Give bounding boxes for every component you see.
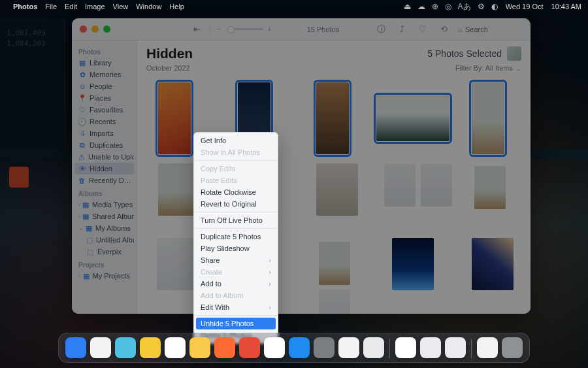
- menu-item-play-slideshow[interactable]: Play Slideshow: [194, 243, 278, 254]
- sidebar-icon: 👁: [78, 165, 86, 173]
- photo-thumbnail[interactable]: [421, 163, 452, 207]
- zoom-in-icon[interactable]: +: [267, 25, 272, 34]
- photo-thumbnail[interactable]: [316, 82, 349, 154]
- menubar-time[interactable]: 10:43 AM: [551, 3, 581, 10]
- menu-item-turn-off-live-photo[interactable]: Turn Off Live Photo: [194, 214, 278, 226]
- sidebar-section-head: Projects: [74, 258, 134, 270]
- sidebar-item-recents[interactable]: 🕘Recents: [74, 116, 134, 127]
- dock-app[interactable]: [140, 337, 161, 358]
- photo-thumbnail[interactable]: [384, 163, 416, 207]
- menu-item-copy-edits: Copy Edits: [194, 163, 278, 175]
- menu-view[interactable]: View: [113, 3, 129, 10]
- sidebar-item-untitled-albu-[interactable]: ▢Untitled Albu…: [74, 234, 134, 246]
- dock-app[interactable]: [115, 337, 136, 358]
- disclosure-icon[interactable]: ›: [78, 273, 81, 279]
- sidebar-item-label: Places: [90, 94, 111, 102]
- sidebar-item-everpix[interactable]: ▢Everpix: [74, 246, 134, 258]
- menu-window[interactable]: Window: [136, 3, 161, 10]
- dock-app[interactable]: [90, 337, 111, 358]
- minimize-window-button[interactable]: [91, 25, 99, 33]
- menu-item-revert-to-original[interactable]: Revert to Original: [194, 198, 278, 210]
- dock-app[interactable]: [239, 337, 260, 358]
- status-icon[interactable]: ⊕: [432, 2, 438, 11]
- menu-item-unhide-photos[interactable]: Unhide 5 Photos: [196, 318, 276, 329]
- info-icon[interactable]: ⓘ: [374, 24, 387, 35]
- sidebar-item-recently-d-[interactable]: 🗑Recently D…: [74, 175, 134, 186]
- menu-item-get-info[interactable]: Get Info: [194, 135, 278, 146]
- sidebar-item-places[interactable]: 📍Places: [74, 92, 134, 104]
- dock-app[interactable]: [264, 337, 285, 358]
- menu-file[interactable]: File: [45, 3, 57, 10]
- dock-minimized-window[interactable]: [420, 337, 441, 358]
- sidebar-item-unable-to-uplo-[interactable]: ⚠Unable to Uplo…: [74, 151, 134, 163]
- zoom-window-button[interactable]: [103, 25, 110, 33]
- disclosure-icon[interactable]: ⌄: [78, 225, 84, 231]
- dock-app[interactable]: [165, 337, 186, 358]
- menu-image[interactable]: Image: [85, 3, 105, 10]
- sidebar-item-people[interactable]: ☺People: [74, 80, 134, 92]
- dock-app[interactable]: [314, 337, 335, 358]
- downloads-stack[interactable]: [477, 337, 498, 358]
- menu-item-duplicate-photos[interactable]: Duplicate 5 Photos: [194, 231, 278, 243]
- dock-minimized-window[interactable]: [445, 337, 466, 358]
- photo-thumbnail[interactable]: [392, 238, 434, 290]
- photo-thumbnail[interactable]: [319, 289, 350, 314]
- search-field[interactable]: ⌕: [458, 25, 524, 33]
- sidebar-item-hidden[interactable]: 👁Hidden: [74, 163, 134, 175]
- search-input[interactable]: [465, 25, 524, 33]
- sidebar-item-imports[interactable]: ⇩Imports: [74, 127, 134, 139]
- dock-app[interactable]: [65, 337, 86, 358]
- sidebar-item-duplicates[interactable]: ⧉Duplicates: [74, 139, 134, 151]
- status-icon[interactable]: ⏏: [404, 2, 411, 11]
- filter-label: Filter By:: [455, 64, 483, 72]
- photo-thumbnail[interactable]: [158, 82, 191, 154]
- menu-item-rotate-clockwise[interactable]: Rotate Clockwise: [194, 186, 278, 198]
- sidebar-item-media-types[interactable]: ›▦Media Types: [74, 199, 134, 210]
- sidebar-icon: ▦: [82, 212, 89, 220]
- status-icon[interactable]: ◐: [491, 2, 498, 11]
- chevron-down-icon[interactable]: ⌄: [516, 65, 521, 72]
- favourite-icon[interactable]: ♡: [416, 24, 429, 35]
- menu-edit[interactable]: Edit: [65, 3, 77, 10]
- dock-app[interactable]: [214, 337, 235, 358]
- status-icon[interactable]: ☁: [417, 2, 425, 11]
- close-window-button[interactable]: [80, 25, 87, 33]
- menu-item-add-to[interactable]: Add to: [194, 278, 278, 290]
- sidebar-item-my-projects[interactable]: ›▦My Projects: [74, 270, 134, 282]
- status-icon[interactable]: ◎: [445, 2, 451, 11]
- menu-item-edit-with[interactable]: Edit With: [194, 301, 278, 313]
- photo-thumbnail[interactable]: [376, 95, 449, 141]
- rotate-icon[interactable]: ⟲: [437, 24, 450, 35]
- photo-thumbnail[interactable]: [157, 238, 199, 290]
- app-menu[interactable]: Photos: [13, 3, 37, 10]
- dock-app[interactable]: [338, 337, 359, 358]
- sidebar-item-my-albums[interactable]: ⌄▦My Albums: [74, 222, 134, 234]
- photo-thumbnail[interactable]: [472, 82, 504, 154]
- sidebar-item-shared-albums[interactable]: ›▦Shared Albums: [74, 210, 134, 222]
- sidebar-item-memories[interactable]: ✿Memories: [74, 69, 134, 80]
- photo-thumbnail[interactable]: [316, 163, 358, 216]
- disclosure-icon[interactable]: ›: [78, 213, 80, 220]
- dock-app[interactable]: [363, 337, 384, 358]
- photo-thumbnail[interactable]: [319, 242, 350, 285]
- filter-value[interactable]: All Items: [485, 64, 513, 72]
- zoom-slider[interactable]: [227, 28, 263, 30]
- dock-app[interactable]: [189, 337, 210, 358]
- sidebar-icon: ▢: [86, 236, 93, 244]
- sidebar-item-favourites[interactable]: ♡Favourites: [74, 104, 134, 116]
- photo-thumbnail[interactable]: [472, 238, 514, 290]
- trash-icon[interactable]: [502, 337, 523, 358]
- menu-item-share[interactable]: Share: [194, 254, 278, 266]
- disclosure-icon[interactable]: ›: [78, 201, 80, 208]
- photo-thumbnail[interactable]: [474, 166, 506, 209]
- sidebar-item-label: People: [90, 82, 112, 90]
- dock-minimized-window[interactable]: [395, 337, 416, 358]
- status-icon[interactable]: ⚙: [478, 2, 485, 11]
- share-icon[interactable]: ⤴: [395, 24, 408, 35]
- sidebar-toggle-icon[interactable]: ⇤: [190, 24, 203, 35]
- menu-help[interactable]: Help: [169, 3, 184, 10]
- dock-app[interactable]: [289, 337, 310, 358]
- sidebar-item-library[interactable]: ▦Library: [74, 57, 134, 69]
- status-icon[interactable]: Aあ: [458, 2, 471, 11]
- menubar-date[interactable]: Wed 19 Oct: [506, 3, 544, 10]
